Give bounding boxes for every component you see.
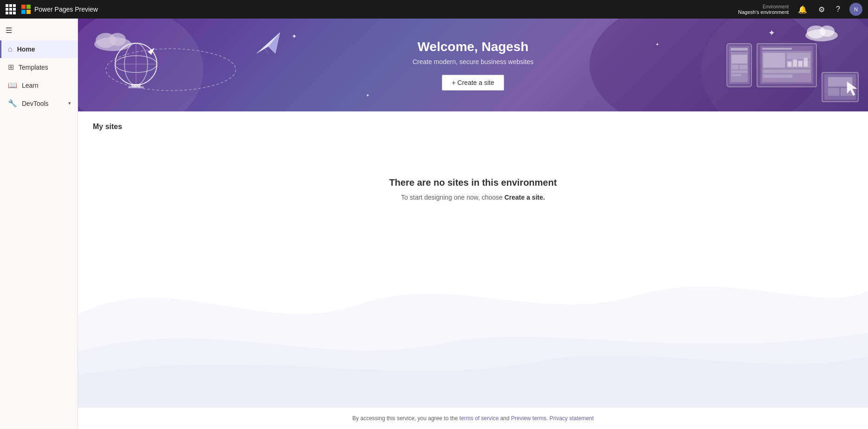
svg-rect-32 (828, 88, 839, 96)
footer-text-end: . (546, 415, 550, 422)
svg-rect-26 (763, 74, 792, 78)
main-content: ✦ ✦ ✦ ✦ (78, 19, 868, 429)
svg-marker-34 (847, 82, 857, 96)
mockup-content (731, 52, 748, 82)
sidebar-item-home[interactable]: ⌂ Home (0, 40, 78, 58)
waffle-menu[interactable] (6, 4, 16, 14)
app-title: Power Pages Preview (34, 6, 98, 13)
my-sites-title: My sites (93, 123, 853, 131)
phone-mockup-inner (729, 46, 750, 84)
my-sites-section: My sites There are no sites in this envi… (78, 111, 868, 407)
svg-rect-18 (731, 65, 738, 69)
svg-rect-17 (731, 55, 747, 64)
banner-center-content: Welcome, Nagesh Create modern, secure bu… (413, 39, 534, 91)
ms-logo-area: Power Pages Preview (21, 5, 98, 14)
mockup-bar-short (762, 48, 791, 50)
sidebar-item-templates-label: Templates (19, 64, 48, 71)
hamburger-button[interactable]: ☰ (0, 22, 78, 39)
svg-rect-30 (804, 58, 808, 66)
learn-icon: 📖 (8, 81, 17, 90)
sidebar-item-devtools[interactable]: 🔧 DevTools ▾ (0, 94, 78, 112)
phone-mockup (726, 43, 752, 87)
settings-button[interactable]: ⚙ (816, 3, 827, 16)
empty-state-title: There are no sites in this environment (389, 177, 557, 188)
svg-point-16 (106, 49, 236, 91)
svg-line-8 (264, 47, 268, 53)
svg-rect-28 (793, 59, 797, 67)
orbit-path (101, 46, 240, 93)
create-site-button[interactable]: + Create a site (442, 75, 504, 91)
top-nav: Power Pages Preview Environment Nagesh's… (0, 0, 868, 19)
ms-logo-icon (21, 5, 31, 14)
sidebar-item-templates[interactable]: ⊞ Templates (0, 58, 78, 76)
top-nav-right: Environment Nagesh's environment 🔔 ⚙ ? N (738, 3, 862, 16)
paper-plane-icon (254, 28, 282, 58)
banner-right-decor (692, 19, 868, 111)
footer-preview-link[interactable]: Preview terms (511, 415, 546, 422)
empty-state: There are no sites in this environment T… (93, 140, 853, 220)
sidebar-item-home-label: Home (17, 46, 35, 53)
svg-rect-20 (731, 71, 747, 73)
svg-rect-29 (798, 61, 802, 67)
svg-rect-21 (731, 74, 741, 77)
avatar[interactable]: N (849, 3, 862, 16)
svg-rect-22 (763, 53, 785, 68)
empty-state-description: To start designing one now, choose Creat… (401, 194, 545, 201)
notifications-button[interactable]: 🔔 (796, 3, 809, 16)
env-name: Nagesh's environment (738, 9, 789, 15)
main-layout: ☰ ⌂ Home ⊞ Templates 📖 Learn 🔧 DevTools … (0, 19, 868, 429)
footer-privacy-link[interactable]: Privacy statement (550, 415, 594, 422)
footer-tos-link[interactable]: terms of service (460, 415, 499, 422)
sidebar: ☰ ⌂ Home ⊞ Templates 📖 Learn 🔧 DevTools … (0, 19, 78, 429)
svg-rect-25 (763, 70, 810, 73)
cursor-icon (845, 79, 859, 98)
footer: By accessing this service, you agree to … (78, 407, 868, 429)
welcome-banner: ✦ ✦ ✦ ✦ (78, 19, 868, 111)
footer-text-prefix: By accessing this service, you agree to … (352, 415, 460, 422)
banner-subtitle: Create modern, secure business websites (413, 58, 534, 65)
help-button[interactable]: ? (834, 3, 842, 15)
svg-rect-19 (739, 65, 747, 69)
desktop-mockup (757, 43, 817, 87)
environment-info[interactable]: Environment Nagesh's environment (738, 4, 789, 15)
desktop-mockup-inner (760, 46, 813, 84)
svg-rect-27 (788, 62, 791, 67)
templates-icon: ⊞ (8, 63, 14, 72)
devtools-icon: 🔧 (8, 99, 17, 108)
desktop-mockup-content (762, 51, 811, 82)
empty-desc-prefix: To start designing one now, choose (401, 194, 505, 201)
banner-welcome-title: Welcome, Nagesh (413, 39, 534, 54)
empty-desc-create-link: Create a site. (505, 194, 545, 201)
env-label: Environment (763, 4, 789, 9)
devtools-chevron-icon: ▾ (68, 100, 71, 106)
footer-text-middle: and (499, 415, 511, 422)
sidebar-item-learn-label: Learn (22, 82, 39, 89)
sidebar-item-devtools-label: DevTools (22, 100, 49, 107)
mockup-bar (731, 48, 748, 51)
sidebar-item-learn[interactable]: 📖 Learn (0, 76, 78, 94)
home-icon: ⌂ (8, 45, 13, 53)
